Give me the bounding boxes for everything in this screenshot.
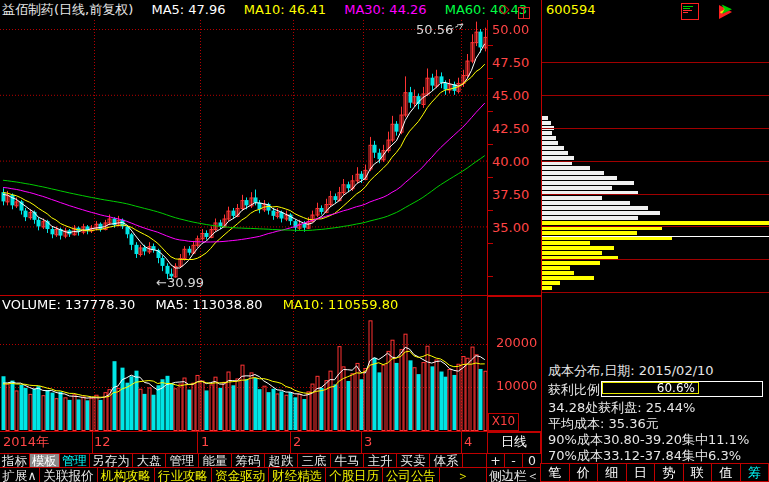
toolbar-manage-1[interactable]: 管理 (60, 453, 90, 467)
date-tick: 4 (464, 434, 472, 450)
volume-tick: 10000 (496, 379, 538, 393)
toolbar-manage-2[interactable]: 管理 (166, 453, 199, 467)
date-separator (197, 432, 198, 453)
more-tabs-button[interactable]: ＞ (440, 467, 487, 482)
profit-ratio-bar: 60.6% (601, 381, 763, 397)
chart-header: 益佰制药(日线,前复权) MA5: 47.96 MA10: 46.41 MA30… (0, 0, 769, 20)
chip-distribution-histogram[interactable] (541, 20, 769, 362)
volume-header: VOLUME: 137778.30 MA5: 113038.80 MA10: 1… (2, 297, 398, 312)
price-tick: 40.00 (492, 155, 538, 169)
toolbar-spacer (463, 453, 487, 467)
tab-stock-calendar[interactable]: 个股日历 (326, 467, 383, 482)
date-tick: 12 (94, 434, 111, 450)
toolbar-market[interactable]: 大盘 (133, 453, 166, 467)
average-cost-line: 平均成本: 35.36元 (548, 416, 659, 431)
green-arrow-icon[interactable]: ➤ (720, 2, 733, 16)
price-tick: 35.00 (492, 221, 538, 235)
ma5-value: MA5: 47.96 (151, 2, 225, 17)
zoom-out-button[interactable]: - (505, 453, 523, 467)
tab-xi[interactable]: 细 (597, 463, 627, 482)
tab-ri[interactable]: 日 (626, 463, 656, 482)
price-tick: 37.50 (492, 188, 538, 202)
period-label[interactable]: 日线 (487, 432, 541, 453)
zoom-in-button[interactable]: + (487, 453, 505, 467)
cost70-line: 70%成本33.12-37.84集中6.3% (548, 448, 741, 463)
date-separator (361, 432, 362, 453)
tab-company-announcements[interactable]: 公司公告 (383, 467, 440, 482)
tab-linked-quotes[interactable]: 关联报价 (40, 467, 98, 482)
tab-finance-select[interactable]: 财经精选 (269, 467, 326, 482)
date-separator (290, 432, 291, 453)
right-panel-tabs: 笔 价 细 日 势 联 值 筹 (541, 463, 769, 482)
low-price-annotation: ←30.99 (156, 275, 204, 290)
toolbar-chips[interactable]: 筹码 (232, 453, 265, 467)
ma60-value: MA60: 40.43 (445, 2, 527, 17)
price-tick: 50.00 (492, 23, 538, 37)
price-tick: 42.50 (492, 122, 538, 136)
toolbar-bull-horse[interactable]: 牛马 (331, 453, 364, 467)
trading-app-window: 益佰制药(日线,前复权) MA5: 47.96 MA10: 46.41 MA30… (0, 0, 769, 482)
volume-date-divider (0, 431, 541, 432)
date-tick: 3 (364, 434, 372, 450)
date-tick: 1 (201, 434, 209, 450)
profit-ratio-label: 获利比例: (548, 382, 604, 397)
quote-list-icon[interactable] (681, 3, 699, 20)
sidebar-toggle-button[interactable]: 侧边栏＜ (487, 467, 541, 482)
toolbar-template[interactable]: 模板 (30, 453, 60, 467)
high-price-annotation: 50.56 (416, 22, 453, 37)
expand-button[interactable]: 扩展∧ (0, 467, 40, 482)
tab-chou[interactable]: 筹 (740, 463, 769, 482)
volume-value: VOLUME: 137778.30 (2, 297, 135, 312)
tab-lian[interactable]: 联 (683, 463, 713, 482)
toolbar-energy[interactable]: 能量 (199, 453, 232, 467)
candlestick-chart[interactable] (0, 20, 487, 296)
tab-institution-strategy[interactable]: 机构攻略 (98, 467, 155, 482)
zoom-reset-button[interactable]: 0 (523, 453, 541, 467)
price-tick: 45.00 (492, 89, 538, 103)
price-tick: 47.50 (492, 56, 538, 70)
stock-title: 益佰制药(日线,前复权) (2, 2, 133, 17)
profit-at-price-line: 34.28处获利盘: 25.44% (548, 400, 695, 415)
tab-jia[interactable]: 价 (569, 463, 599, 482)
split-window-icon[interactable] (518, 7, 530, 19)
chart-right-border (487, 20, 488, 453)
volume-ma10-value: MA10: 110559.80 (283, 297, 398, 312)
date-separator (461, 432, 462, 453)
tab-bi[interactable]: 笔 (540, 463, 570, 482)
toolbar-buy-sell[interactable]: 买卖 (397, 453, 430, 467)
volume-chart[interactable] (0, 296, 487, 432)
toolbar-oversold[interactable]: 超跌 (265, 453, 298, 467)
tab-zhi[interactable]: 值 (711, 463, 741, 482)
profit-ratio-fill: 60.6% (602, 382, 699, 394)
ma30-value: MA30: 44.26 (344, 2, 426, 17)
panel-divider (541, 0, 542, 463)
toolbar-indicator[interactable]: 指标 (0, 453, 30, 467)
toolbar-triple-bottom[interactable]: 三底 (298, 453, 331, 467)
volume-tick: 20000 (496, 336, 538, 350)
volume-multiplier-badge: X10 (488, 413, 519, 431)
tab-industry-strategy[interactable]: 行业攻略 (155, 467, 212, 482)
tab-shi[interactable]: 势 (654, 463, 684, 482)
date-separator (92, 432, 93, 453)
date-tick: 2 (293, 434, 301, 450)
cost-distribution-title: 成本分布,日期: 2015/02/10 (548, 363, 714, 378)
stock-code: 600594 (546, 1, 596, 19)
toolbar-main-rise[interactable]: 主升 (364, 453, 397, 467)
tab-capital-drive[interactable]: 资金驱动 (212, 467, 269, 482)
toolbar-save-as[interactable]: 另存为 (90, 453, 133, 467)
toolbar-system[interactable]: 体系 (430, 453, 463, 467)
date-tick-year: 2014年 (3, 434, 49, 450)
volume-ma5-value: MA5: 113038.80 (155, 297, 262, 312)
cost90-line: 90%成本30.80-39.20集中11.1% (548, 432, 749, 447)
ma10-value: MA10: 46.41 (244, 2, 326, 17)
chart-volume-divider (0, 295, 541, 296)
diamond-icon[interactable]: ◇ (499, 1, 509, 16)
